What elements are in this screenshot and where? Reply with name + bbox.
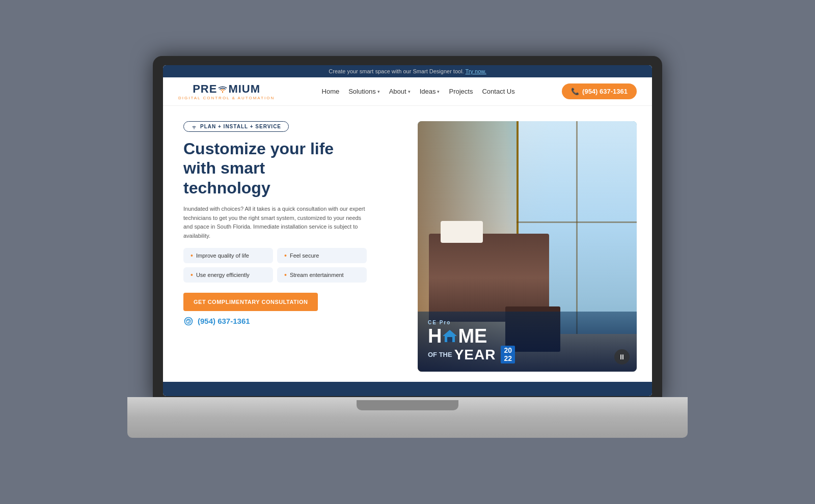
main-nav: Home Solutions ▾ About ▾ Ideas ▾ — [322, 88, 515, 95]
features-grid: • Improve quality of life • Feel secure … — [183, 248, 367, 283]
hero-phone-number: (954) 637-1361 — [198, 317, 250, 325]
ideas-chevron: ▾ — [437, 89, 440, 94]
logo-pre: PRE — [193, 82, 217, 96]
laptop-shell: Create your smart space with our Smart D… — [127, 56, 688, 448]
logo-text: PRE MIUM — [193, 82, 260, 96]
award-of-the: OF THE — [428, 351, 452, 358]
nav-ideas[interactable]: Ideas ▾ — [420, 88, 440, 95]
bullet-icon: • — [284, 252, 287, 259]
announcement-bar: Create your smart space with our Smart D… — [163, 65, 652, 77]
award-subtitle-row: OF THE YEAR 20 22 — [428, 346, 627, 363]
nav-solutions[interactable]: Solutions ▾ — [348, 88, 379, 95]
bed-pillow — [441, 221, 483, 243]
svg-point-0 — [185, 317, 193, 325]
header-phone-button[interactable]: 📞 (954) 637-1361 — [562, 83, 637, 99]
feature-stream: • Stream entertainment — [277, 267, 367, 283]
logo-area[interactable]: PRE MIUM DIGITAL CONTROL & AUTOMATION — [178, 82, 275, 100]
hero-video-panel[interactable]: CE Pro H ME OF THE — [418, 121, 637, 372]
try-now-link[interactable]: Try now. — [466, 68, 486, 74]
hero-description: Inundated with choices? All it takes is … — [183, 205, 367, 240]
award-house-icon — [442, 328, 458, 344]
feature-energy: • Use energy efficiently — [183, 267, 273, 283]
window-divider-vertical — [576, 121, 578, 334]
laptop-screen: Create your smart space with our Smart D… — [163, 65, 652, 396]
solutions-chevron: ▾ — [377, 89, 380, 94]
badge-wifi-icon — [191, 124, 197, 129]
award-year-box: 20 22 — [501, 346, 515, 363]
plan-badge: PLAN + INSTALL + SERVICE — [183, 121, 289, 132]
hero-left: PLAN + INSTALL + SERVICE Customize your … — [183, 121, 402, 372]
site-header: PRE MIUM DIGITAL CONTROL & AUTOMATION — [163, 77, 652, 106]
hero-section: PLAN + INSTALL + SERVICE Customize your … — [163, 106, 652, 382]
svg-rect-3 — [447, 337, 452, 342]
feature-secure: • Feel secure — [277, 248, 367, 263]
logo-subtitle: DIGITAL CONTROL & AUTOMATION — [178, 96, 275, 100]
pause-button[interactable]: ⏸ — [614, 349, 630, 365]
feature-quality: • Improve quality of life — [183, 248, 273, 263]
phone-icon: 📞 — [571, 88, 579, 95]
award-brand: CE Pro — [428, 320, 627, 325]
award-year-label: YEAR — [454, 347, 496, 363]
hero-title: Customize your life with smart technolog… — [183, 139, 402, 198]
bullet-icon: • — [284, 271, 287, 278]
nav-home[interactable]: Home — [322, 88, 340, 95]
award-title-row: H ME — [428, 326, 627, 346]
announcement-text: Create your smart space with our Smart D… — [329, 68, 464, 74]
award-overlay: CE Pro H ME OF THE — [418, 312, 637, 372]
video-placeholder: CE Pro H ME OF THE — [418, 121, 637, 372]
about-chevron: ▾ — [408, 89, 411, 94]
award-me: ME — [458, 326, 487, 346]
logo-wifi-icon — [217, 85, 228, 93]
phone-ring-icon — [183, 316, 194, 326]
nav-contact[interactable]: Contact Us — [482, 88, 514, 95]
bullet-icon: • — [191, 252, 193, 259]
hero-phone-link[interactable]: (954) 637-1361 — [183, 316, 402, 326]
laptop-notch — [357, 400, 458, 410]
footer-bar — [163, 382, 652, 396]
consultation-button[interactable]: GET COMPLIMENTARY CONSULTATION — [183, 293, 318, 311]
pause-icon: ⏸ — [618, 353, 626, 360]
nav-about[interactable]: About ▾ — [389, 88, 411, 95]
bullet-icon: • — [191, 271, 193, 278]
nav-projects[interactable]: Projects — [449, 88, 473, 95]
screen-bezel: Create your smart space with our Smart D… — [153, 56, 662, 402]
laptop-base — [127, 397, 688, 438]
hero-actions: GET COMPLIMENTARY CONSULTATION (954) 637… — [183, 293, 402, 326]
award-h: H — [428, 326, 442, 346]
logo-mium: MIUM — [228, 82, 260, 96]
